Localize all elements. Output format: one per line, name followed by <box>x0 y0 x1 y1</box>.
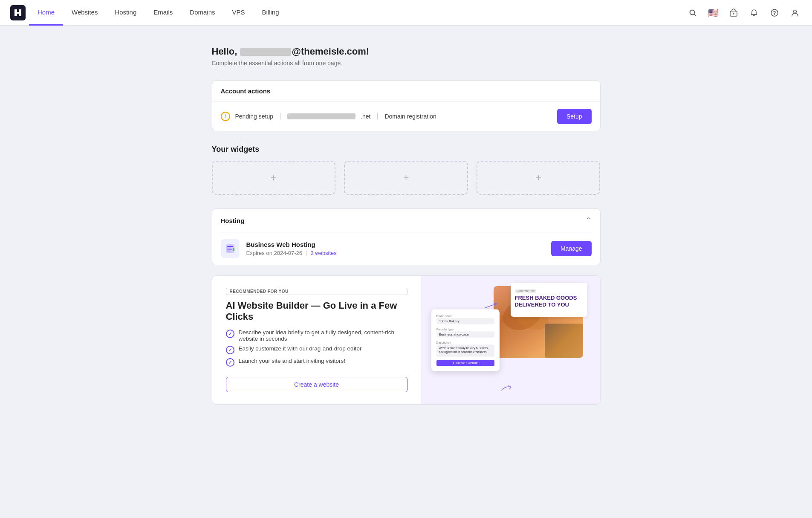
flag-icon[interactable]: 🇺🇸 <box>706 6 720 20</box>
form-brand-label: Brand name <box>436 314 494 317</box>
check-icon-3 <box>226 358 234 367</box>
svg-rect-13 <box>233 248 234 251</box>
nav-item-emails[interactable]: Emails <box>145 0 181 26</box>
divider2 <box>377 113 378 120</box>
greeting-subtitle: Complete the essential actions all from … <box>212 60 601 67</box>
promo-feature-3: Launch your site and start inviting visi… <box>226 358 407 367</box>
hosting-plan-name: Business Web Hosting <box>246 241 544 248</box>
form-desc-row: Description We're a small family bakery … <box>436 341 494 356</box>
promo-image-area: Brand name Johns Bakery Website type Bus… <box>421 276 600 404</box>
bread-photo <box>545 324 583 358</box>
store-icon[interactable] <box>727 6 740 20</box>
notifications-icon[interactable] <box>747 6 761 20</box>
help-icon[interactable]: ? <box>768 6 781 20</box>
navbar: Home Websites Hosting Emails Domains VPS… <box>0 0 812 26</box>
hosting-expires: Expires on 2024-07-26 <box>246 250 303 256</box>
greeting-section: Hello, @themeisle.com! Complete the esse… <box>212 46 601 67</box>
hosting-row: Business Web Hosting Expires on 2024-07-… <box>212 232 600 265</box>
widgets-title: Your widgets <box>212 145 601 154</box>
mockup-container: Brand name Johns Bakery Website type Bus… <box>421 276 600 404</box>
redacted-email <box>240 48 291 56</box>
check-icon-2 <box>226 346 234 354</box>
manage-button[interactable]: Manage <box>551 241 592 256</box>
svg-point-7 <box>794 10 797 13</box>
meta-divider: | <box>306 250 307 256</box>
add-widget-icon-3: + <box>535 173 541 183</box>
widget-slot-1[interactable]: + <box>212 161 336 195</box>
arrow-decoration-2 <box>500 382 513 392</box>
form-brand-row: Brand name Johns Bakery <box>436 314 494 324</box>
nav-items: Home Websites Hosting Emails Domains VPS… <box>29 0 686 26</box>
pending-domain-redacted <box>287 113 355 119</box>
form-create-btn: ✦ Create a website <box>436 360 494 366</box>
mockup-form: Brand name Johns Bakery Website type Bus… <box>431 309 500 371</box>
hosting-card: Hosting ⌃ Business Web Hosting Expires o… <box>212 208 601 265</box>
hosting-meta: Expires on 2024-07-26 | 2 websites <box>246 250 544 256</box>
add-widget-icon-2: + <box>403 173 409 183</box>
promo-title: AI Website Builder — Go Live in a Few Cl… <box>226 300 407 322</box>
add-widget-icon-1: + <box>271 173 277 183</box>
nav-item-websites[interactable]: Websites <box>63 0 106 26</box>
svg-text:?: ? <box>773 10 776 16</box>
greeting-heading: Hello, @themeisle.com! <box>212 46 601 57</box>
promo-content: Recommended for you AI Website Builder —… <box>212 276 421 404</box>
svg-rect-10 <box>227 248 231 249</box>
search-icon[interactable] <box>686 6 699 20</box>
nav-item-home[interactable]: Home <box>29 0 63 26</box>
chevron-up-icon: ⌃ <box>585 216 592 225</box>
main-content: Hello, @themeisle.com! Complete the esse… <box>202 26 611 425</box>
hosting-info: Business Web Hosting Expires on 2024-07-… <box>246 241 544 256</box>
account-actions-title: Account actions <box>212 81 600 102</box>
nav-item-vps[interactable]: VPS <box>224 0 254 26</box>
bakery-overlay: Generate text FRESH BAKED GOODS DELIVERE… <box>511 283 587 317</box>
widget-slot-3[interactable]: + <box>477 161 601 195</box>
svg-rect-11 <box>227 249 232 250</box>
hosting-plan-icon <box>221 239 240 258</box>
form-desc-input: We're a small family bakery business, ba… <box>436 344 494 356</box>
setup-button[interactable]: Setup <box>557 109 592 124</box>
form-desc-label: Description <box>436 341 494 344</box>
promo-card: Recommended for you AI Website Builder —… <box>212 275 601 405</box>
account-actions-card: Account actions ! Pending setup .net Dom… <box>212 80 601 131</box>
user-icon[interactable] <box>788 6 802 20</box>
form-brand-input: Johns Bakery <box>436 318 494 324</box>
svg-rect-12 <box>227 251 231 252</box>
arrow-decoration-1 <box>484 301 501 314</box>
widget-slot-2[interactable]: + <box>344 161 468 195</box>
promo-feature-1: Describe your idea briefly to get a full… <box>226 329 407 342</box>
pending-type: Domain registration <box>384 113 436 120</box>
nav-right: 🇺🇸 ? <box>686 6 802 20</box>
hosting-websites-link[interactable]: 2 websites <box>310 250 336 256</box>
hosting-header[interactable]: Hosting ⌃ <box>212 209 600 232</box>
bakery-overlay-title: FRESH BAKED GOODS DELIVERED TO YOU <box>515 295 583 308</box>
divider <box>280 113 280 120</box>
pending-label: Pending setup <box>235 113 274 120</box>
promo-badge: Recommended for you <box>226 288 407 295</box>
check-icon-1 <box>226 330 234 338</box>
pending-row: ! Pending setup .net Domain registration… <box>212 102 600 131</box>
promo-features: Describe your idea briefly to get a full… <box>226 329 407 367</box>
promo-feature-2: Easily customize it with our drag-and-dr… <box>226 345 407 354</box>
form-type-input: Business showcase <box>436 331 494 337</box>
generate-text-tag: Generate text <box>515 289 536 293</box>
form-type-label: Website type <box>436 327 494 330</box>
warning-icon: ! <box>221 112 230 121</box>
svg-rect-9 <box>227 246 233 247</box>
pending-domain-suffix: .net <box>361 113 370 120</box>
form-type-row: Website type Business showcase <box>436 327 494 337</box>
hosting-title: Hosting <box>221 217 585 224</box>
logo[interactable] <box>10 5 26 20</box>
nav-item-domains[interactable]: Domains <box>181 0 223 26</box>
widgets-grid: + + + <box>212 161 601 195</box>
create-website-button[interactable]: Create a website <box>226 377 407 392</box>
nav-item-hosting[interactable]: Hosting <box>106 0 145 26</box>
nav-item-billing[interactable]: Billing <box>254 0 288 26</box>
svg-point-1 <box>690 10 695 14</box>
